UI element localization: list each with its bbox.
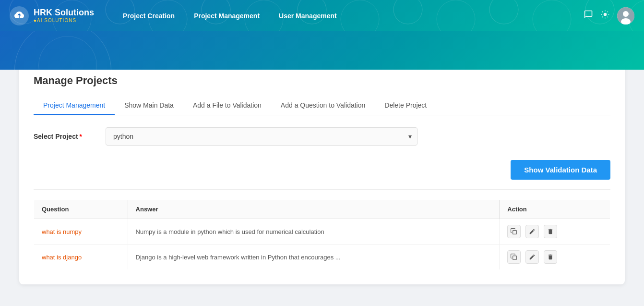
tab-show-main-data[interactable]: Show Main Data (115, 97, 183, 115)
table-header-row: Question Answer Action (34, 200, 610, 219)
tab-add-file-validation[interactable]: Add a File to Validation (183, 97, 271, 115)
navbar: HRK Solutions ●AI SOLUTIONS Project Crea… (0, 0, 644, 31)
select-project-row: Select Project* python django numpy flas… (34, 127, 610, 146)
action-icons-0 (507, 225, 602, 238)
nav-actions (584, 7, 634, 24)
tab-add-question-validation[interactable]: Add a Question to Validation (271, 97, 375, 115)
brand: HRK Solutions ●AI SOLUTIONS (10, 6, 94, 25)
copy-icon-1[interactable] (507, 250, 521, 264)
nav-links: Project Creation Project Management User… (123, 12, 584, 20)
svg-point-2 (623, 11, 629, 17)
main-card: Manage Projects Project Management Show … (19, 60, 625, 284)
tab-project-management[interactable]: Project Management (34, 97, 115, 115)
delete-icon-0[interactable] (544, 225, 557, 238)
content-area: Manage Projects Project Management Show … (0, 60, 644, 304)
cell-answer-1: Django is a high-level web framework wri… (128, 245, 500, 270)
questions-table: Question Answer Action what is numpy Num… (34, 199, 610, 270)
table-row: what is numpy Numpy is a module in pytho… (34, 219, 610, 245)
brand-sub: ●AI SOLUTIONS (34, 18, 94, 23)
page-title: Manage Projects (34, 74, 610, 87)
col-header-action: Action (500, 200, 610, 219)
cell-question-1: what is django (34, 245, 128, 270)
svg-rect-4 (513, 231, 517, 234)
project-select-wrapper: python django numpy flask ▾ (106, 127, 417, 146)
col-header-answer: Answer (128, 200, 500, 219)
cell-action-1 (500, 245, 610, 270)
brand-name: HRK Solutions (34, 8, 94, 18)
edit-icon-1[interactable] (525, 250, 539, 264)
svg-rect-5 (513, 256, 517, 260)
col-header-question: Question (34, 200, 128, 219)
delete-icon-1[interactable] (544, 250, 557, 264)
cell-question-0: what is numpy (34, 219, 128, 245)
cell-answer-0: Numpy is a module in python which is use… (128, 219, 500, 245)
nav-project-creation[interactable]: Project Creation (123, 12, 175, 20)
brand-text: HRK Solutions ●AI SOLUTIONS (34, 8, 94, 23)
hero-banner (0, 31, 644, 70)
tab-delete-project[interactable]: Delete Project (375, 97, 436, 115)
required-indicator: * (80, 133, 82, 140)
button-row: Show Validation Data (34, 160, 610, 190)
edit-icon-0[interactable] (525, 225, 539, 238)
tabs-bar: Project Management Show Main Data Add a … (34, 97, 610, 115)
project-select[interactable]: python django numpy flask (106, 127, 417, 146)
theme-icon[interactable] (600, 10, 610, 22)
table-row: what is django Django is a high-level we… (34, 245, 610, 270)
message-icon[interactable] (584, 10, 593, 22)
brand-logo-icon (10, 6, 29, 25)
action-icons-1 (507, 250, 602, 264)
user-avatar[interactable] (617, 7, 634, 24)
nav-project-management[interactable]: Project Management (194, 12, 260, 20)
copy-icon-0[interactable] (507, 225, 521, 238)
cell-action-0 (500, 219, 610, 245)
nav-user-management[interactable]: User Management (279, 12, 337, 20)
show-validation-data-button[interactable]: Show Validation Data (511, 160, 610, 180)
svg-point-0 (604, 13, 607, 16)
select-project-label: Select Project* (34, 133, 91, 140)
